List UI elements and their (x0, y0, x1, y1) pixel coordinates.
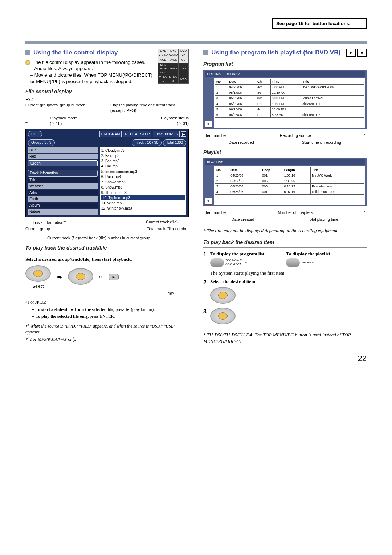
bottom-model-note: * TH-D50/TH-D5/TH-D4: The TOP MENU/PG bu… (203, 332, 367, 344)
fd-time: Time 00:02:15 (153, 131, 180, 138)
table-row: 606/25/06L-18:23 AMchildren 002 (215, 112, 364, 117)
step1-result: The System starts playing the first item… (210, 270, 367, 276)
fmt-mpeg1: MPEG 1 (158, 75, 168, 83)
select-label: Select (25, 284, 51, 289)
dpad-icon (68, 268, 93, 285)
track-item: 5. Indian summer.mp3 (101, 169, 185, 174)
play-label: Play (25, 291, 174, 296)
col-no: No (215, 167, 229, 173)
col-chap: Chap (261, 167, 283, 173)
fmt-dvd-vr: DVD VR (179, 49, 189, 57)
fmt-mpeg2: MPEG 2 (168, 75, 179, 83)
fmt-dvd-video: DVD VIDEO (158, 49, 168, 57)
top-menu-button-icon (210, 258, 224, 267)
fd-group-list: Blue Red Green Track Information Title W… (28, 147, 98, 215)
track-item: 11. Wind.mp3 (101, 201, 185, 206)
fmt-dvd-audio: DVD AUDIO (168, 49, 179, 57)
col-title: Title (301, 79, 364, 84)
track-item: 6. Rain.mp3 (101, 174, 185, 179)
track-item: 1. Cloudy.mp3 (101, 148, 185, 153)
fmt-cd: CD (179, 57, 189, 63)
table-row: 506/20/064ch10:00 PM (215, 106, 364, 112)
callout-total-playing-time: Total playing time (307, 217, 338, 222)
playlist-title: PLAY LIST (205, 159, 365, 165)
file-control-display-panel: FILE PROGRAM REPEAT STEP Time 00:02:15 ▶… (25, 129, 189, 217)
annot-playback-status: Playback status (☞ 31) (123, 116, 189, 126)
blank-row (215, 195, 364, 204)
or-label: or (99, 274, 103, 280)
table-row: 104/25/060011:03:16My JVC World (215, 173, 364, 178)
fd-track-list: 1. Cloudy.mp3 2. Fair.mp3 3. Fog.mp3 4. … (100, 147, 186, 215)
track-item: 8. Snow.mp3 (101, 185, 185, 190)
playlist-table: No Date Chap Length Title 104/25/060011:… (215, 167, 364, 195)
jpeg-single-bold: To play the selected file only, (36, 314, 89, 319)
display-program-list-label: To display the program list (210, 251, 265, 257)
fmt-jpeg: JPEG (168, 63, 179, 75)
track-info-row: Weather (28, 183, 98, 189)
jpeg-slideshow-bold: To start a slide-show from the selected … (36, 307, 114, 312)
disc-icon (25, 60, 30, 65)
table-row: 405/26/06L-11:19 PMchildren 001 (215, 101, 364, 106)
heading-text: Using the file control display (33, 49, 118, 57)
playlist-subhead: Playlist (203, 149, 367, 156)
annot-total-track: Total track (file) number (147, 226, 189, 232)
callout-number-chapters: Number of chapters (278, 210, 313, 215)
page-cross-ref-note: See page 15 for button locations. (272, 18, 367, 29)
track-info-row: Earth (28, 196, 98, 202)
step-3: 3 (203, 308, 367, 326)
col-length: Length (283, 167, 310, 173)
col-date: Date (229, 167, 261, 173)
program-callouts-top: Item number Recording source * (205, 133, 365, 138)
step-number: 2 (203, 279, 207, 287)
menu-button-icon (286, 258, 300, 267)
jpeg-notes: • For JPEG: – To start a slide-show from… (25, 299, 189, 342)
fmt-divx: DivX (179, 75, 189, 83)
col-title: Title (311, 167, 364, 173)
track-info-row: Nature (28, 209, 98, 215)
track-info-header: Track Information (28, 170, 98, 177)
rule (203, 247, 367, 248)
callout-star: * (364, 210, 365, 215)
table-row: 205/17/068ch10:30 AM (215, 90, 364, 96)
fd-repeat: REPEAT STEP (123, 131, 151, 138)
fmt-vcd: VCD (158, 57, 168, 63)
play-status-icon: ▶ (181, 131, 186, 137)
track-item-selected: 10. Typhoon.mp3 (101, 195, 185, 200)
fd-total: Total 1000 (163, 139, 186, 146)
callout-star: * (364, 133, 365, 138)
page-number: 22 (25, 354, 367, 363)
footnote-1: *1 When the source is "DVD," "FILE" appe… (25, 323, 189, 335)
step-2: 2 Select the desired item. (203, 279, 367, 305)
intro-text: The file control display appears in the … (33, 59, 146, 66)
arrow-icon: ➠ (57, 273, 62, 281)
step-1: 1 To display the program list TOP MENU/ … (203, 251, 367, 276)
track-item: 12. Winter sky.mp3 (101, 206, 185, 211)
rule (25, 253, 189, 253)
callout-recording-source: Recording source (280, 133, 311, 138)
table-row: 406/25/060010:07:19children001-002 (215, 189, 364, 195)
callout-item-number: Item number (205, 210, 227, 215)
jpeg-slideshow-rest: press ► (play button). (114, 307, 155, 312)
table-row: 104/25/064ch7:00 PMJVC DVD World 2006 (215, 85, 364, 90)
section-heading-program-list: Using the program list/ playlist (for DV… (203, 49, 346, 57)
col-no: No (215, 79, 228, 84)
col-ch: Ch (256, 79, 271, 84)
jpeg-single-rest: press ENTER. (89, 314, 115, 319)
original-program-panel: ORIGINAL PROGRAM ▼ No Date Ch Time Tit (203, 70, 367, 129)
select-play-diagram: Select ➠ or ► (25, 265, 189, 289)
table-row: 305/22/068ch5:00 PMMusic Festival (215, 96, 364, 101)
heading-bullet-icon (25, 50, 30, 55)
annot-star1: *1 (25, 121, 42, 126)
blank-row (215, 118, 364, 127)
annot-track-information: Track information*2 (33, 219, 66, 225)
original-program-title: ORIGINAL PROGRAM (205, 71, 365, 77)
header-stripe (25, 41, 367, 44)
callout-item-number: Item number (205, 133, 227, 138)
playlist-panel: PLAY LIST ▼ No Date Chap Length Title (203, 158, 367, 207)
fd-group: Group : 3 / 3 (28, 139, 55, 146)
group-item: Blue (28, 147, 98, 153)
fmt-mp3-wma-wav: MP3 WMA WAV (158, 63, 168, 75)
asterisk: * (245, 259, 248, 266)
annot-current-track: Current track (file) (146, 219, 178, 225)
table-row: 306/20/060030:10:23Favorite music (215, 184, 364, 189)
